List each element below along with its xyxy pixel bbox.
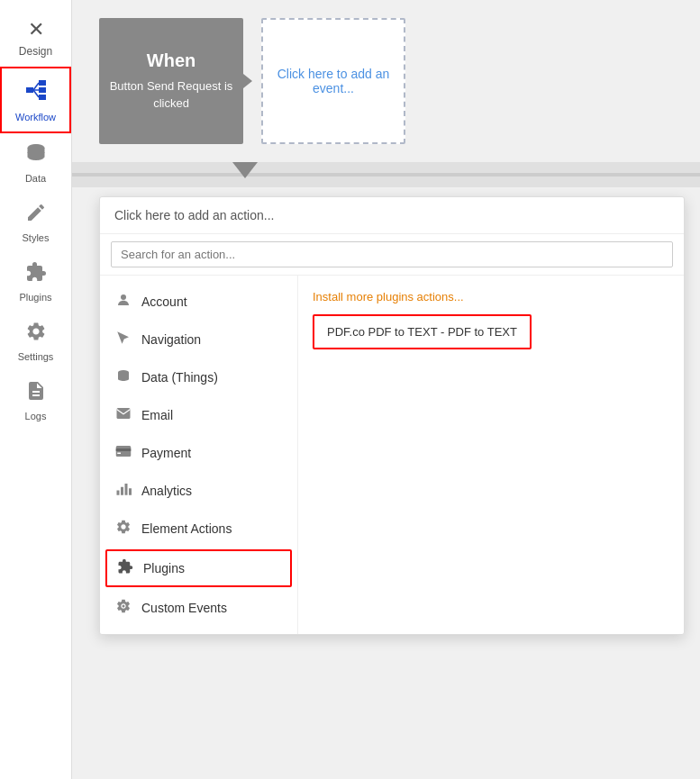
install-plugins-link[interactable]: Install more plugins actions... <box>313 290 669 303</box>
element-actions-icon <box>114 519 132 539</box>
menu-item-email[interactable]: Email <box>100 396 297 434</box>
menu-item-element-actions[interactable]: Element Actions <box>100 510 297 548</box>
divider-arrow <box>232 162 258 178</box>
svg-line-4 <box>33 83 39 90</box>
menu-item-custom-events-label: Custom Events <box>141 601 227 615</box>
sidebar-item-workflow-label: Workflow <box>15 112 56 122</box>
menu-item-plugins-label: Plugins <box>143 561 185 575</box>
canvas-area: When Button Send Request is clicked Clic… <box>72 0 700 162</box>
sidebar-item-logs-label: Logs <box>25 411 47 421</box>
add-action-label: Click here to add an action... <box>114 208 274 222</box>
svg-rect-12 <box>116 448 132 451</box>
styles-icon <box>25 202 47 229</box>
sidebar: ✕ Design Workflow Data <box>0 0 72 779</box>
dropdown-panel: Click here to add an action... Account <box>99 196 685 635</box>
svg-point-18 <box>123 605 125 608</box>
svg-rect-10 <box>117 408 131 419</box>
payment-icon <box>114 443 132 463</box>
menu-item-plugins[interactable]: Plugins <box>105 549 292 587</box>
svg-rect-2 <box>39 87 46 93</box>
sidebar-item-styles-label: Styles <box>23 232 50 243</box>
svg-rect-15 <box>121 487 123 495</box>
email-icon <box>114 405 132 425</box>
menu-item-payment[interactable]: Payment <box>100 434 297 472</box>
menu-item-analytics[interactable]: Analytics <box>100 472 297 510</box>
plugins-icon <box>25 261 47 288</box>
plugin-action-box[interactable]: PDF.co PDF to TEXT - PDF to TEXT <box>313 314 532 349</box>
sidebar-item-data[interactable]: Data <box>0 133 71 193</box>
svg-rect-14 <box>117 491 120 495</box>
menu-item-payment-label: Payment <box>141 446 191 460</box>
search-row <box>100 234 684 276</box>
svg-rect-3 <box>39 95 46 100</box>
main-content: When Button Send Request is clicked Clic… <box>72 0 700 779</box>
menu-item-data-things-label: Data (Things) <box>141 370 218 385</box>
sidebar-item-settings-label: Settings <box>18 351 54 362</box>
analytics-icon <box>114 481 132 501</box>
sidebar-item-plugins[interactable]: Plugins <box>0 252 71 312</box>
design-icon: ✕ <box>28 18 44 41</box>
sidebar-item-workflow[interactable]: Workflow <box>0 67 71 133</box>
menu-item-navigation[interactable]: Navigation <box>100 321 297 358</box>
account-icon <box>114 292 132 312</box>
sidebar-item-styles[interactable]: Styles <box>0 193 71 252</box>
svg-point-8 <box>121 294 126 300</box>
divider-line <box>72 173 700 177</box>
sidebar-item-plugins-label: Plugins <box>19 292 51 303</box>
svg-rect-0 <box>26 87 33 93</box>
menu-item-navigation-label: Navigation <box>141 332 201 347</box>
custom-events-icon <box>114 598 132 618</box>
menu-item-custom-events[interactable]: Custom Events <box>100 589 297 627</box>
menu-list: Account Navigation <box>100 276 298 634</box>
when-block-arrow <box>243 74 252 88</box>
right-panel: Install more plugins actions... PDF.co P… <box>298 276 684 634</box>
workflow-icon <box>23 77 49 108</box>
menu-item-analytics-label: Analytics <box>141 484 192 498</box>
divider-row <box>72 162 700 187</box>
sidebar-item-design-label: Design <box>19 45 52 58</box>
search-input[interactable] <box>111 241 673 267</box>
add-action-bar[interactable]: Click here to add an action... <box>100 197 684 234</box>
svg-rect-17 <box>129 488 132 495</box>
sidebar-item-logs[interactable]: Logs <box>0 371 71 430</box>
data-icon <box>25 142 47 169</box>
add-event-block[interactable]: Click here to add an event... <box>261 18 405 144</box>
when-title: When <box>147 50 195 71</box>
menu-item-email-label: Email <box>141 408 173 422</box>
svg-line-6 <box>33 90 39 97</box>
menu-item-element-actions-label: Element Actions <box>141 521 232 536</box>
navigation-icon <box>114 330 132 349</box>
svg-rect-16 <box>125 484 128 495</box>
svg-rect-13 <box>117 453 121 455</box>
menu-item-account-label: Account <box>141 294 187 309</box>
logs-icon <box>25 380 47 407</box>
data-things-icon <box>114 367 132 387</box>
menu-item-account[interactable]: Account <box>100 283 297 321</box>
menu-item-data-things[interactable]: Data (Things) <box>100 358 297 396</box>
sidebar-item-design[interactable]: ✕ Design <box>0 9 71 67</box>
when-description: Button Send Request is clicked <box>108 78 234 111</box>
settings-icon <box>25 321 47 348</box>
svg-rect-1 <box>39 80 46 86</box>
add-event-text: Click here to add an event... <box>277 67 390 95</box>
when-block[interactable]: When Button Send Request is clicked <box>99 18 243 144</box>
plugins-list-icon <box>116 558 134 578</box>
sidebar-item-data-label: Data <box>25 173 46 184</box>
dropdown-body: Account Navigation <box>100 276 684 634</box>
sidebar-item-settings[interactable]: Settings <box>0 312 71 371</box>
